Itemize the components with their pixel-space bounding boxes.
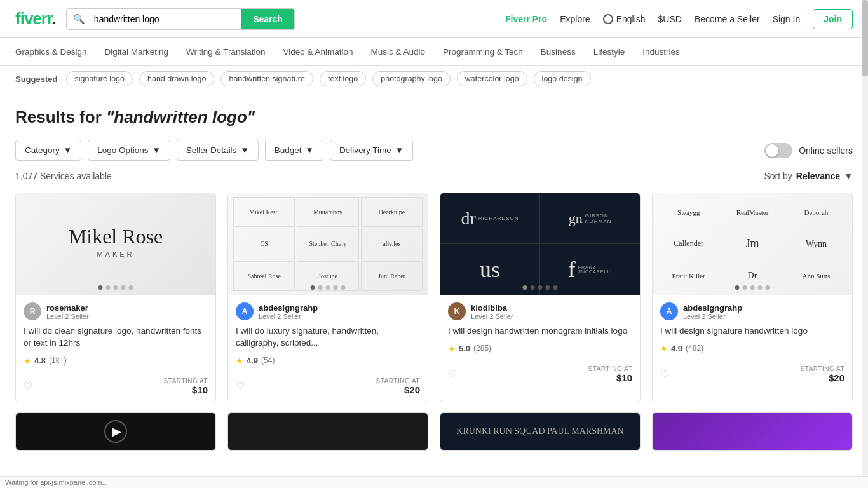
- header: fiverr. 🔍 Search Fiverr Pro Explore Engl…: [0, 0, 868, 38]
- bottom-card-1[interactable]: ▶: [15, 412, 216, 451]
- toggle-switch[interactable]: [764, 143, 792, 158]
- heart-icon[interactable]: ♡: [660, 368, 669, 380]
- join-button[interactable]: Join: [813, 9, 853, 29]
- tag-photography-logo[interactable]: photography logo: [372, 71, 451, 86]
- fiverr-pro-link[interactable]: Fiverr Pro: [505, 14, 547, 24]
- card-1-dots: [98, 285, 133, 290]
- nav-music-audio[interactable]: Music & Audio: [362, 39, 435, 64]
- search-button[interactable]: Search: [241, 9, 294, 29]
- nav-industries[interactable]: Industries: [634, 39, 689, 64]
- card-3-seller-info: K klodibiba Level 2 Seller: [448, 302, 632, 320]
- nav-digital-marketing[interactable]: Digital Marketing: [96, 39, 178, 64]
- card-4-image: Swaygg RealMaster Deborah Callender Jm W…: [653, 193, 852, 295]
- tag-watercolor-logo[interactable]: watercolor logo: [457, 71, 527, 86]
- card-3-dots: [523, 285, 558, 290]
- card-1[interactable]: Mikel Rose MAKER R rosemaker: [15, 193, 216, 402]
- avatar: A: [236, 302, 254, 320]
- avatar: K: [448, 302, 466, 320]
- tag-text-logo[interactable]: text logo: [320, 71, 366, 86]
- sort-by[interactable]: Sort by Relevance ▼: [764, 171, 853, 181]
- toggle-knob: [766, 144, 778, 157]
- logo[interactable]: fiverr.: [15, 9, 56, 29]
- card-4-dots: [735, 285, 770, 290]
- results-count: 1,077 Services available: [15, 171, 112, 181]
- online-sellers-toggle: Online sellers: [764, 143, 853, 158]
- card-3-body: K klodibiba Level 2 Seller I will design…: [440, 295, 640, 390]
- card-4-rating: ★ 4.9 (482): [660, 344, 844, 353]
- nav-programming-tech[interactable]: Programming & Tech: [434, 39, 532, 64]
- tag-logo-design[interactable]: logo design: [534, 71, 591, 86]
- bottom-card-4[interactable]: [652, 412, 853, 451]
- scrollbar-thumb[interactable]: [862, 0, 868, 76]
- nav-video-animation[interactable]: Video & Animation: [274, 39, 362, 64]
- seller-level: Level 2 Seller: [683, 313, 742, 320]
- chevron-down-icon: ▼: [306, 146, 314, 155]
- budget-filter[interactable]: Budget ▼: [265, 140, 323, 161]
- card-2-image: Mikel Resti Muuampov Dearktupe CS Stephe…: [228, 193, 428, 295]
- card-4-artwork: Swaygg RealMaster Deborah Callender Jm W…: [653, 193, 852, 295]
- card-2[interactable]: Mikel Resti Muuampov Dearktupe CS Stephe…: [227, 193, 428, 402]
- results-title-prefix: Results for: [15, 107, 106, 126]
- currency-button[interactable]: $USD: [658, 14, 682, 24]
- card-title: I will do clean signature logo, handwrit…: [24, 325, 208, 349]
- logo-options-filter[interactable]: Logo Options ▼: [88, 140, 170, 161]
- tag-handwritten-signature[interactable]: handwritten signature: [220, 71, 313, 86]
- card-2-body: A abdesigngrahp Level 2 Seller I will do…: [228, 295, 428, 402]
- online-sellers-label: Online sellers: [799, 146, 853, 156]
- filters-row: Category ▼ Logo Options ▼ Seller Details…: [15, 140, 853, 161]
- nav-graphics-design[interactable]: Graphics & Design: [15, 39, 96, 64]
- tag-hand-drawn-logo[interactable]: hand drawn logo: [139, 71, 214, 86]
- seller-name: abdesigngrahp: [683, 303, 742, 313]
- card-3-rating: ★ 5.0 (285): [448, 344, 632, 353]
- nav-business[interactable]: Business: [532, 39, 585, 64]
- card-2-dots: [311, 285, 346, 290]
- chevron-down-icon: ▼: [240, 146, 248, 155]
- card-1-seller-info: R rosemaker Level 2 Seller: [24, 302, 208, 320]
- category-filter[interactable]: Category ▼: [15, 140, 81, 161]
- card-4-seller-info: A abdesigngrahp Level 2 Seller: [660, 302, 844, 320]
- seller-level: Level 2 Seller: [259, 313, 318, 320]
- seller-level: Level 2 Seller: [46, 313, 89, 320]
- seller-name: rosemaker: [46, 303, 89, 313]
- heart-icon[interactable]: ♡: [448, 368, 457, 380]
- results-title: Results for "handwritten logo": [15, 107, 853, 127]
- rating-value: 5.0: [459, 344, 470, 353]
- explore-link[interactable]: Explore: [560, 14, 590, 24]
- nav-writing-translation[interactable]: Writing & Translation: [177, 39, 274, 64]
- starting-at-label: STARTING AT: [376, 377, 420, 384]
- sign-in-link[interactable]: Sign In: [773, 14, 801, 24]
- nav-lifestyle[interactable]: Lifestyle: [585, 39, 634, 64]
- card-1-footer: ♡ STARTING AT $10: [24, 372, 208, 395]
- seller-details-filter[interactable]: Seller Details ▼: [177, 140, 259, 161]
- category-nav: Graphics & Design Digital Marketing Writ…: [0, 38, 868, 66]
- bottom-card-3[interactable]: KRUNKI RUN SQUAD PAUL MARSHMAN: [440, 412, 641, 451]
- rating-value: 4.9: [671, 344, 682, 353]
- become-seller-link[interactable]: Become a Seller: [695, 14, 760, 24]
- tag-signature-logo[interactable]: signature logo: [66, 71, 133, 86]
- search-input[interactable]: [92, 9, 241, 29]
- heart-icon[interactable]: ♡: [24, 380, 32, 392]
- card-1-body: R rosemaker Level 2 Seller I will do cle…: [16, 295, 215, 402]
- sort-label: Sort by: [764, 171, 792, 181]
- scrollbar-track[interactable]: [862, 0, 868, 451]
- results-meta: 1,077 Services available Sort by Relevan…: [15, 171, 853, 181]
- bottom-card-2[interactable]: [227, 412, 428, 451]
- card-1-artwork: Mikel Rose MAKER: [69, 224, 163, 263]
- language-selector[interactable]: English: [603, 14, 646, 24]
- rating-count: (482): [686, 344, 703, 353]
- suggested-bar: Suggested signature logo hand drawn logo…: [0, 66, 868, 92]
- starting-at-label: STARTING AT: [801, 365, 844, 372]
- card-title: I will design handwritten monogram initi…: [448, 325, 632, 337]
- starting-at-label: STARTING AT: [588, 365, 632, 372]
- heart-icon[interactable]: ♡: [236, 380, 245, 392]
- card-3[interactable]: dr Richardson gn Gibson Norman us: [440, 193, 641, 402]
- delivery-time-filter[interactable]: Delivery Time ▼: [330, 140, 413, 161]
- avatar: R: [24, 302, 41, 320]
- card-4[interactable]: Swaygg RealMaster Deborah Callender Jm W…: [652, 193, 853, 402]
- price: $10: [588, 372, 632, 383]
- results-title-query: "handwritten logo": [106, 107, 255, 126]
- rating-value: 4.8: [34, 356, 46, 365]
- card-title: I will design signature handwritten logo: [660, 325, 844, 337]
- chevron-down-icon: ▼: [64, 146, 72, 155]
- card-3-image: dr Richardson gn Gibson Norman us: [440, 193, 640, 295]
